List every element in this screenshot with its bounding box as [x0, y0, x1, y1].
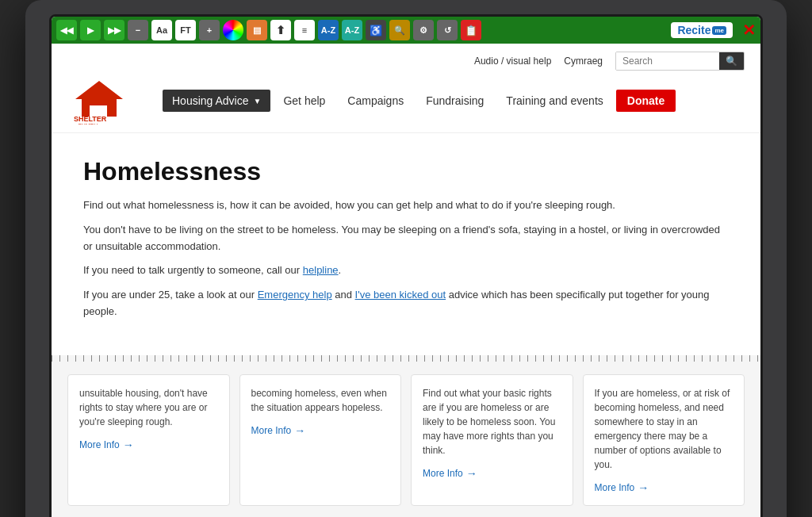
- settings-btn[interactable]: ⚙: [413, 20, 434, 40]
- contrast-btn[interactable]: ▤: [247, 20, 267, 40]
- kicked-out-link[interactable]: I've been kicked out: [355, 289, 446, 301]
- recite-logo: Reciteme: [671, 22, 733, 38]
- card-3-body: Find out what your basic rights are if y…: [423, 386, 561, 458]
- screen: ◀◀ ▶ ▶▶ − Aa FT + ▤ ⬆ ≡ A-Z A-Z ♿ 🔍 ⚙ ↺ …: [49, 14, 763, 517]
- card-4-link[interactable]: More Info →: [595, 481, 733, 494]
- clipboard-btn[interactable]: 📋: [461, 20, 481, 40]
- nav-fundraising[interactable]: Fundraising: [416, 90, 493, 112]
- refresh-btn[interactable]: ↺: [437, 20, 458, 40]
- dictionary-btn[interactable]: A-Z: [318, 20, 339, 40]
- nav-get-help[interactable]: Get help: [274, 90, 335, 112]
- main-nav: Housing Advice ▼ Get help Campaigns Fund…: [163, 90, 745, 112]
- laptop-frame: ◀◀ ▶ ▶▶ − Aa FT + ▤ ⬆ ≡ A-Z A-Z ♿ 🔍 ⚙ ↺ …: [25, 0, 787, 517]
- intro-paragraph-1: Find out what homelessness is, how it ca…: [83, 197, 729, 214]
- magnify-btn[interactable]: 🔍: [389, 20, 410, 40]
- nav-campaigns[interactable]: Campaigns: [338, 90, 413, 112]
- ruler-divider: [52, 355, 760, 362]
- forward-btn[interactable]: ▶▶: [104, 20, 124, 40]
- page-title: Homelessness: [83, 157, 729, 186]
- svg-text:CYMRU: CYMRU: [78, 123, 98, 124]
- shelter-cymru-logo-svg: SHELTER CYMRU: [67, 77, 131, 124]
- cymraeg-link[interactable]: Cymraeg: [564, 56, 603, 67]
- card-2-body: becoming homeless, even when the situati…: [251, 386, 390, 415]
- header-main: SHELTER CYMRU Housing Advice ▼ Get help …: [67, 77, 745, 124]
- emergency-help-link[interactable]: Emergency help: [258, 289, 332, 301]
- site-logo[interactable]: SHELTER CYMRU: [67, 77, 131, 124]
- svg-text:SHELTER: SHELTER: [74, 115, 107, 123]
- cards-section: unsuitable housing, don't have rights to…: [52, 362, 760, 517]
- card-2: becoming homeless, even when the situati…: [239, 374, 402, 506]
- search-button[interactable]: 🔍: [719, 52, 744, 70]
- housing-advice-chevron: ▼: [254, 97, 262, 105]
- minus-btn[interactable]: −: [128, 20, 148, 40]
- card-2-link[interactable]: More Info →: [251, 424, 390, 437]
- card-4-body: If you are homeless, or at risk of becom…: [595, 386, 733, 472]
- accessibility-toolbar: ◀◀ ▶ ▶▶ − Aa FT + ▤ ⬆ ≡ A-Z A-Z ♿ 🔍 ⚙ ↺ …: [52, 17, 760, 44]
- card-3-link[interactable]: More Info →: [423, 467, 561, 480]
- card-1-body: unsuitable housing, don't have rights to…: [79, 386, 218, 429]
- helpline-link[interactable]: helpline: [303, 264, 339, 276]
- search-input[interactable]: [616, 52, 719, 70]
- intro-paragraph-2: You don't have to be living on the stree…: [83, 222, 729, 255]
- text-layout-btn[interactable]: ≡: [294, 20, 315, 40]
- accessibility-btn[interactable]: ♿: [366, 20, 386, 40]
- card-1: unsuitable housing, don't have rights to…: [67, 374, 230, 506]
- intro-paragraph-3: If you need to talk urgently to someone,…: [83, 262, 729, 279]
- cursor-btn[interactable]: ⬆: [270, 20, 291, 40]
- intro-paragraph-4: If you are under 25, take a look at our …: [83, 287, 729, 320]
- site-header: Audio / visual help Cymraeg 🔍: [52, 44, 760, 133]
- play-btn[interactable]: ▶: [80, 20, 101, 40]
- close-btn[interactable]: ✕: [742, 21, 756, 40]
- card-1-link[interactable]: More Info →: [79, 438, 218, 451]
- search-box[interactable]: 🔍: [615, 52, 745, 71]
- font-aa-btn[interactable]: Aa: [151, 20, 172, 40]
- nav-training-events[interactable]: Training and events: [496, 90, 612, 112]
- translate-btn[interactable]: A-Z: [342, 20, 362, 40]
- nav-donate-button[interactable]: Donate: [616, 90, 676, 112]
- nav-housing-advice[interactable]: Housing Advice ▼: [163, 90, 270, 112]
- header-top: Audio / visual help Cymraeg 🔍: [67, 52, 745, 71]
- plus-btn[interactable]: +: [199, 20, 220, 40]
- font-ft-btn[interactable]: FT: [175, 20, 196, 40]
- header-utility-links: Audio / visual help Cymraeg: [474, 56, 603, 67]
- page-content: Homelessness Find out what homelessness …: [52, 133, 760, 344]
- audio-visual-link[interactable]: Audio / visual help: [474, 56, 551, 67]
- card-3: Find out what your basic rights are if y…: [411, 374, 573, 506]
- rewind-btn[interactable]: ◀◀: [56, 20, 77, 40]
- color-wheel-btn[interactable]: [223, 20, 243, 40]
- card-4: If you are homeless, or at risk of becom…: [583, 374, 745, 506]
